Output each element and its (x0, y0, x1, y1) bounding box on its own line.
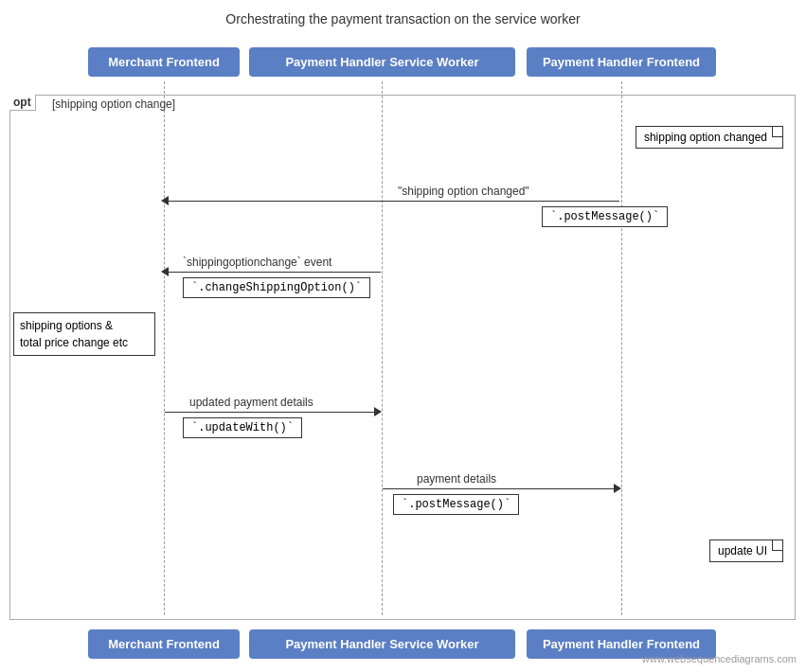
arrowhead-2 (161, 267, 169, 276)
actor-handler-frontend-top: Payment Handler Frontend (527, 47, 716, 77)
arrow-label-1: "shipping option changed" (398, 185, 529, 198)
arrow-line-3 (165, 412, 381, 413)
arrow-label-4: payment details (417, 472, 496, 486)
diagram-title: Orchestrating the payment transaction on… (0, 0, 806, 34)
actor-merchant-bottom: Merchant Frontend (88, 629, 240, 659)
side-note-shipping: shipping options &total price change etc (13, 312, 155, 356)
arrowhead-4 (614, 484, 621, 493)
opt-condition: [shipping option change] (52, 97, 175, 111)
arrow-line-2 (165, 272, 381, 273)
method-box-update-with: `.updateWith()` (183, 417, 302, 438)
method-box-change-shipping: `.changeShippingOption()` (183, 277, 370, 298)
arrow-line-1 (165, 201, 619, 202)
watermark: www.websequencediagrams.com (642, 653, 797, 664)
actor-service-worker-bottom: Payment Handler Service Worker (249, 629, 515, 659)
actor-service-worker-top: Payment Handler Service Worker (249, 47, 515, 77)
arrow-label-3: updated payment details (189, 396, 313, 409)
arrow-line-4 (383, 488, 620, 489)
note-update-ui: update UI (709, 539, 783, 562)
diagram: Orchestrating the payment transaction on… (0, 0, 806, 672)
method-box-postmessage-1: `.postMessage()` (542, 206, 668, 227)
opt-keyword: opt (9, 95, 36, 111)
arrowhead-1 (161, 196, 169, 205)
actor-merchant-top: Merchant Frontend (88, 47, 240, 77)
note-shipping-option-changed: shipping option changed (636, 126, 783, 149)
opt-frame (9, 95, 796, 620)
method-box-postmessage-2: `.postMessage()` (393, 494, 519, 515)
arrow-label-2: `shippingoptionchange` event (183, 256, 331, 269)
arrowhead-3 (374, 407, 382, 416)
